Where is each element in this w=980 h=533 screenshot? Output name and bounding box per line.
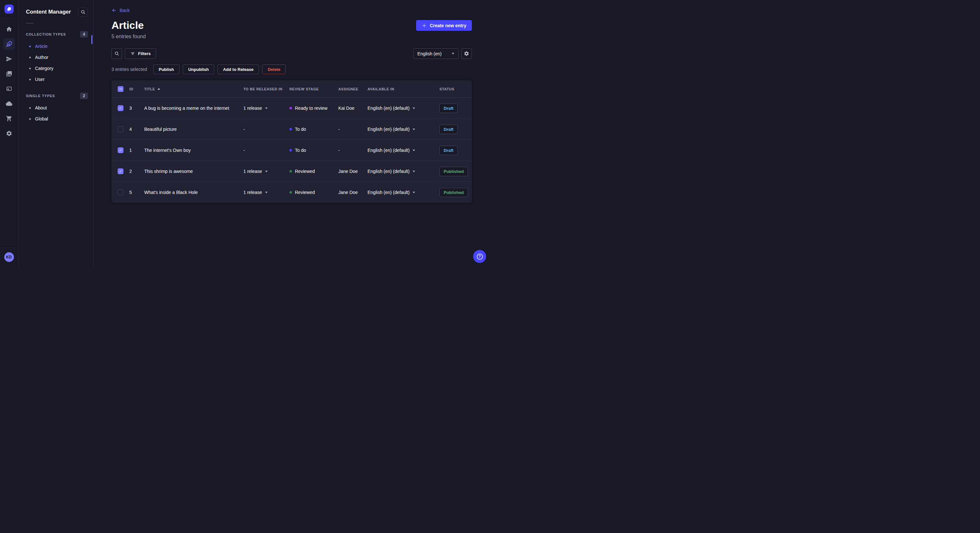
chevron-down-icon <box>412 108 415 109</box>
column-header-assignee[interactable]: ASSIGNEE <box>338 87 368 91</box>
entries-table: ID TITLE TO BE RELEASED IN REVIEW STAGE … <box>111 80 472 203</box>
back-link[interactable]: Back <box>111 8 130 13</box>
gear-icon <box>464 51 469 56</box>
bulk-actions-bar: 3 entries selected Publish Unpublish Add… <box>111 65 472 74</box>
stage-label: Reviewed <box>295 190 315 195</box>
column-header-stage[interactable]: REVIEW STAGE <box>290 87 338 91</box>
cell-title[interactable]: The internet's Own boy <box>144 148 243 153</box>
section-collection-types: COLLECTION TYPES 4 Article Author Catego… <box>18 31 93 85</box>
view-settings-button[interactable] <box>461 48 472 59</box>
cell-title[interactable]: What's inside a Black Hole <box>144 190 243 195</box>
cell-id: 4 <box>129 127 144 132</box>
search-button[interactable] <box>111 48 122 59</box>
create-new-entry-button[interactable]: Create new entry <box>416 20 472 31</box>
rail-item-content-type-builder[interactable] <box>3 83 15 95</box>
rail-item-releases[interactable] <box>3 53 15 65</box>
delete-button[interactable]: Delete <box>262 65 286 74</box>
cell-review-stage: Reviewed <box>290 169 338 174</box>
filters-label: Filters <box>138 51 151 56</box>
page-header: Article Create new entry <box>111 19 472 32</box>
rail-item-media-library[interactable] <box>3 68 15 80</box>
cell-available-in[interactable]: English (en) (default) <box>368 106 439 111</box>
table-row[interactable]: 5 What's inside a Black Hole 1 release R… <box>111 182 472 203</box>
cell-release: - <box>243 127 290 132</box>
table-row[interactable]: 4 Beautiful picture - To do - English (e… <box>111 119 472 140</box>
sidebar-item-category[interactable]: Category <box>18 63 93 74</box>
status-badge[interactable]: Draft <box>439 104 458 113</box>
subnav-search-button[interactable] <box>78 7 88 17</box>
rail-item-deploy-cloud[interactable] <box>3 98 15 109</box>
column-header-release[interactable]: TO BE RELEASED IN <box>243 87 290 91</box>
search-icon <box>114 51 119 56</box>
status-badge[interactable]: Draft <box>439 125 458 134</box>
bullet-icon <box>29 79 31 80</box>
column-header-status[interactable]: STATUS <box>439 87 472 91</box>
sidebar-item-global[interactable]: Global <box>18 113 93 124</box>
strapi-logo[interactable] <box>5 5 14 14</box>
sidebar-item-article[interactable]: Article <box>18 41 93 52</box>
cell-title[interactable]: A bug is becoming a meme on the internet <box>144 106 243 111</box>
row-checkbox[interactable] <box>118 148 124 153</box>
locale-select[interactable]: English (en) <box>413 48 458 59</box>
publish-button[interactable]: Publish <box>153 65 180 74</box>
section-single-types: SINGLE TYPES 2 About Global <box>18 93 93 124</box>
release-value: - <box>243 148 245 153</box>
cell-title[interactable]: This shrimp is awesome <box>144 169 243 174</box>
stage-dot-icon <box>290 170 292 173</box>
row-checkbox[interactable] <box>118 126 124 132</box>
bullet-icon <box>29 107 31 109</box>
subnav-divider <box>26 23 34 23</box>
cell-status: Draft <box>439 146 472 155</box>
table-row[interactable]: 2 This shrimp is awesome 1 release Revie… <box>111 160 472 182</box>
row-checkbox[interactable] <box>118 168 124 174</box>
add-to-release-button[interactable]: Add to Release <box>218 65 259 74</box>
cell-review-stage: Reviewed <box>290 190 338 195</box>
select-all-checkbox[interactable] <box>118 86 124 92</box>
status-badge[interactable]: Published <box>439 188 468 197</box>
column-header-available[interactable]: AVAILABLE IN <box>368 87 439 91</box>
release-value: 1 release <box>243 169 262 174</box>
avatar[interactable]: KD <box>4 252 14 262</box>
sidebar-item-user[interactable]: User <box>18 74 93 85</box>
status-badge[interactable]: Draft <box>439 146 458 155</box>
subnav-header: Content Manager <box>18 0 93 17</box>
stage-label: Reviewed <box>295 169 315 174</box>
column-header-title[interactable]: TITLE <box>144 87 243 91</box>
status-badge[interactable]: Published <box>439 167 468 176</box>
table-row[interactable]: 1 The internet's Own boy - To do - Engli… <box>111 140 472 160</box>
toolbar: Filters English (en) <box>111 48 472 59</box>
cell-available-in[interactable]: English (en) (default) <box>368 127 439 132</box>
cell-status: Published <box>439 167 472 176</box>
table-row[interactable]: 3 A bug is becoming a meme on the intern… <box>111 97 472 119</box>
bullet-icon <box>29 68 31 69</box>
cell-release[interactable]: 1 release <box>243 190 290 195</box>
selection-summary: 3 entries selected <box>111 67 147 72</box>
cell-release[interactable]: 1 release <box>243 106 290 111</box>
chevron-down-icon <box>452 53 454 54</box>
rail-item-content-manager[interactable] <box>3 38 15 50</box>
cell-title[interactable]: Beautiful picture <box>144 127 243 132</box>
cell-available-in[interactable]: English (en) (default) <box>368 148 439 153</box>
row-checkbox[interactable] <box>118 105 124 111</box>
available-value: English (en) (default) <box>368 127 410 132</box>
rail-item-home[interactable] <box>3 23 15 35</box>
rail-item-marketplace[interactable] <box>3 113 15 124</box>
stage-dot-icon <box>290 107 292 109</box>
scrollbar-thumb[interactable] <box>91 35 92 44</box>
filters-button[interactable]: Filters <box>125 48 156 59</box>
cell-available-in[interactable]: English (en) (default) <box>368 190 439 195</box>
help-button[interactable]: ? <box>473 250 486 263</box>
sidebar-item-about[interactable]: About <box>18 102 93 113</box>
cell-review-stage: To do <box>290 127 338 132</box>
toolbar-right: English (en) <box>413 48 472 59</box>
sidebar-item-author[interactable]: Author <box>18 52 93 63</box>
rail-item-settings[interactable] <box>3 128 15 139</box>
cell-release[interactable]: 1 release <box>243 169 290 174</box>
cell-available-in[interactable]: English (en) (default) <box>368 169 439 174</box>
search-icon <box>80 10 86 15</box>
unpublish-button[interactable]: Unpublish <box>183 65 215 74</box>
icon-rail: KD <box>0 0 18 266</box>
column-header-id[interactable]: ID <box>129 87 144 91</box>
create-new-entry-label: Create new entry <box>430 23 466 28</box>
row-checkbox[interactable] <box>118 189 124 195</box>
